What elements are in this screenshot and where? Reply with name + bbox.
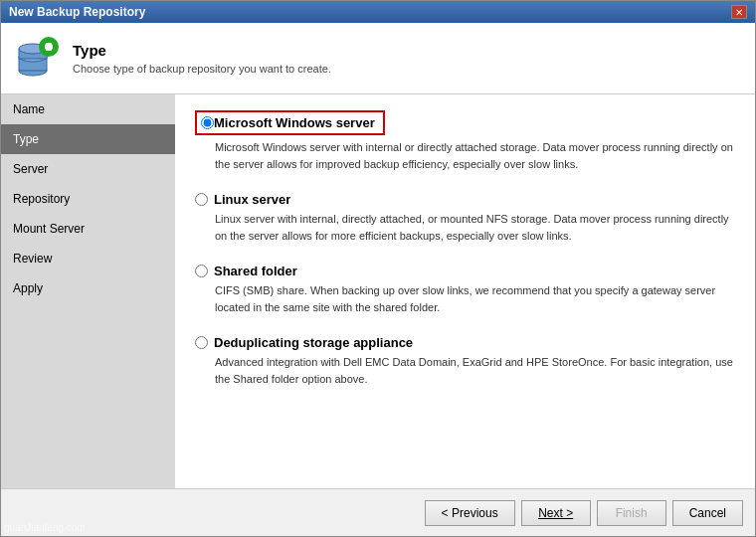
window: New Backup Repository ✕ Type Choose type… (0, 0, 756, 537)
sidebar: Name Type Server Repository Mount Server… (1, 94, 175, 488)
close-button[interactable]: ✕ (731, 5, 747, 19)
windows-desc: Microsoft Windows server with internal o… (215, 139, 735, 172)
sidebar-item-name[interactable]: Name (1, 94, 175, 124)
sidebar-item-repository[interactable]: Repository (1, 184, 175, 214)
header-subtitle: Choose type of backup repository you wan… (73, 63, 331, 75)
title-bar: New Backup Repository ✕ (1, 1, 755, 23)
windows-radio[interactable] (201, 116, 214, 129)
shared-radio[interactable] (195, 265, 208, 277)
option-linux: Linux server Linux server with internal,… (195, 192, 735, 244)
windows-label[interactable]: Microsoft Windows server (214, 115, 375, 130)
windows-option-header[interactable]: Microsoft Windows server (195, 110, 385, 135)
cancel-button[interactable]: Cancel (672, 500, 743, 526)
shared-option-header[interactable]: Shared folder (195, 264, 735, 278)
previous-button[interactable]: < Previous (425, 500, 515, 526)
header-texts: Type Choose type of backup repository yo… (73, 42, 331, 75)
option-windows: Microsoft Windows server Microsoft Windo… (195, 110, 735, 172)
linux-label[interactable]: Linux server (214, 192, 290, 207)
option-dedup: Deduplicating storage appliance Advanced… (195, 335, 735, 387)
header-title: Type (73, 42, 331, 59)
header-icon (13, 35, 61, 83)
cancel-label: Cancel (689, 506, 726, 520)
footer: < Previous Next > Finish Cancel (1, 488, 755, 536)
linux-radio[interactable] (195, 193, 208, 206)
shared-label[interactable]: Shared folder (214, 264, 297, 278)
content-area: Name Type Server Repository Mount Server… (1, 94, 755, 488)
dedup-desc: Advanced integration with Dell EMC Data … (215, 354, 735, 387)
next-label: Next > (538, 506, 573, 520)
finish-label: Finish (616, 506, 648, 520)
window-title: New Backup Repository (9, 5, 145, 19)
main-panel: Microsoft Windows server Microsoft Windo… (175, 94, 755, 488)
option-shared: Shared folder CIFS (SMB) share. When bac… (195, 264, 735, 315)
sidebar-item-type[interactable]: Type (1, 124, 175, 154)
shared-desc: CIFS (SMB) share. When backing up over s… (215, 282, 735, 315)
sidebar-item-mount-server[interactable]: Mount Server (1, 214, 175, 244)
sidebar-item-server[interactable]: Server (1, 154, 175, 184)
linux-option-header[interactable]: Linux server (195, 192, 735, 207)
svg-rect-7 (45, 44, 53, 49)
linux-desc: Linux server with internal, directly att… (215, 211, 735, 244)
dedup-radio[interactable] (195, 336, 208, 349)
previous-label: < Previous (442, 506, 498, 520)
sidebar-item-apply[interactable]: Apply (1, 273, 175, 303)
finish-button[interactable]: Finish (597, 500, 666, 526)
dedup-option-header[interactable]: Deduplicating storage appliance (195, 335, 735, 350)
dedup-label[interactable]: Deduplicating storage appliance (214, 335, 413, 350)
header-area: Type Choose type of backup repository yo… (1, 23, 755, 94)
sidebar-item-review[interactable]: Review (1, 244, 175, 273)
next-button[interactable]: Next > (521, 500, 591, 526)
